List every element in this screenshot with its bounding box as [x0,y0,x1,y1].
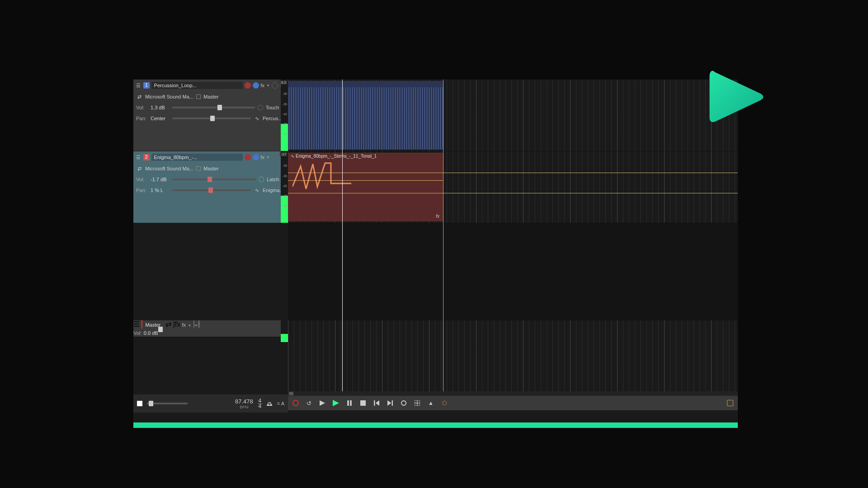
clip-lane-1[interactable] [288,80,738,151]
pan-value: 1 % L [151,188,170,193]
mute-button[interactable] [272,154,278,160]
fx-badge[interactable]: fx [436,214,439,219]
progress-bar[interactable] [133,422,738,428]
time-signature[interactable]: 4 4 [258,399,262,409]
svg-marker-6 [376,400,379,406]
clip-title: Enigma_80bpm_-_Stems_-_11_Tonal_1 [296,154,377,159]
stop-icon[interactable] [137,401,142,406]
scrub-slider[interactable] [147,403,188,404]
bpm-value[interactable]: 87.478 [235,398,253,405]
track-header-1[interactable]: ☰ 1 Percussion_Loop... fx ▼ ⇄ Microsoft … [133,80,288,151]
svg-marker-1 [333,400,339,406]
menu-icon[interactable]: ☰ [135,82,142,89]
automation-mode[interactable]: Latch [267,177,279,182]
bus-toggle[interactable] [196,166,201,171]
track-name[interactable]: Percussion_Loop... [151,82,243,89]
io-icon[interactable]: ⇄ [136,165,142,172]
automation-line[interactable] [288,193,738,193]
metronome-icon[interactable]: 🕰 [267,400,273,407]
master-lane[interactable] [288,320,738,392]
svg-rect-3 [350,400,352,406]
vol-slider[interactable] [172,107,255,108]
pan-label: Pan: [136,188,148,193]
clip-lane-2[interactable]: ∿ Enigma_80bpm_-_Stems_-_11_Tonal_1 fx [288,151,738,223]
fx-button[interactable]: fx [261,155,265,160]
automation-line[interactable] [288,173,738,173]
track-name[interactable]: Enigma_80bpm_-... [151,154,243,161]
fx-button[interactable]: fx [261,83,265,88]
io-icon[interactable]: ⇄ [165,321,172,328]
svg-rect-8 [392,400,393,406]
menu-icon[interactable]: ☰ [133,321,140,328]
undo-button[interactable]: ↺ [305,399,312,407]
arm-record-button[interactable] [245,82,251,89]
dropdown-icon[interactable]: ▼ [266,155,270,160]
pause-button[interactable] [346,399,353,407]
monitor-button[interactable] [253,154,259,160]
bus-name[interactable]: Master [203,94,219,99]
vol-value: -1.7 dB [151,177,170,182]
pan-slider[interactable] [172,189,251,191]
bus-name[interactable]: Master [203,166,219,171]
fx-icon[interactable]: |fx [174,321,180,328]
envelope-icon[interactable]: ∿ [254,187,260,193]
gear-icon[interactable] [258,105,263,110]
pan-slider[interactable] [172,117,251,119]
loop-region-indicator[interactable] [727,400,733,406]
arm-record-button[interactable] [245,154,251,160]
svg-marker-0 [320,400,325,406]
output-device[interactable]: Microsoft Sound Ma... [145,166,193,171]
dropdown-icon[interactable]: ▼ [194,324,198,328]
clip-envelope-icon: ∿ [291,154,294,159]
output-device[interactable]: Microsoft Sound Ma... [145,94,193,99]
bus-toggle[interactable] [196,94,201,99]
record-button[interactable] [292,400,299,406]
audio-clip-percussion[interactable] [288,81,443,150]
grid [288,320,738,392]
dropdown-icon[interactable]: ▼ [188,324,191,328]
track-panel: ☰ 1 Percussion_Loop... fx ▼ ⇄ Microsoft … [133,80,288,223]
timeline-area[interactable]: ∿ Enigma_80bpm_-_Stems_-_11_Tonal_1 fx [288,80,738,394]
next-button[interactable] [387,399,394,407]
automation-mode[interactable]: Touch [266,105,279,110]
loop-record-button[interactable] [400,399,407,407]
playhead[interactable] [342,80,343,394]
envelope-icon[interactable]: ∿ [254,115,260,122]
play-from-start-button[interactable] [319,399,326,407]
track-header-2[interactable]: ☰ 2 Enigma_80bpm_-... fx ▼ ⇄ Microsoft S… [133,151,288,223]
svg-rect-4 [360,400,366,406]
daw-window: ☰ 1 Percussion_Loop... fx ▼ ⇄ Microsoft … [133,80,738,427]
pan-value: Center [151,116,170,121]
vol-value: 1.3 dB [151,105,170,110]
grid-button[interactable] [414,399,421,407]
prev-button[interactable] [373,399,380,407]
video-play-overlay-button[interactable] [703,64,769,130]
audio-clip-enigma[interactable]: ∿ Enigma_80bpm_-_Stems_-_11_Tonal_1 fx [288,153,443,221]
metronome-button[interactable]: ▲ [427,399,434,407]
fx-button[interactable]: fx [182,322,186,328]
master-track-header[interactable]: ☰ Master ⇄ |fx fx ▼ ▼ Vol: 0.0 dB [133,320,288,337]
menu-icon[interactable]: ☰ [135,154,142,160]
gear-icon[interactable] [259,177,264,182]
solo-button[interactable] [199,320,200,328]
master-meter [281,320,288,342]
waveform [288,87,443,150]
io-icon[interactable]: ⇄ [136,94,142,100]
marker-button[interactable]: ⬠ [441,399,448,407]
play-button[interactable] [332,399,340,407]
monitor-button[interactable] [253,82,259,89]
scrollbar-thumb[interactable] [289,392,293,395]
stop-button[interactable] [359,399,367,407]
vol-value: 0.0 dB [144,330,158,336]
equal-a-label: = A [277,401,284,406]
loop-end-marker[interactable] [443,80,443,394]
vol-slider[interactable] [172,178,256,180]
dropdown-icon[interactable]: ▼ [266,84,270,88]
mute-button[interactable] [272,82,278,89]
svg-marker-7 [387,400,391,406]
horizontal-scrollbar[interactable]: ◂ [288,391,738,396]
tempo-bar: 87.478 BPM 4 4 🕰 = A [133,394,288,413]
level-meter: -3.2 -30 -36 -42 -48 -54 [281,80,288,151]
empty-lane-area[interactable] [288,223,738,320]
vol-label: Vol: [133,330,142,336]
